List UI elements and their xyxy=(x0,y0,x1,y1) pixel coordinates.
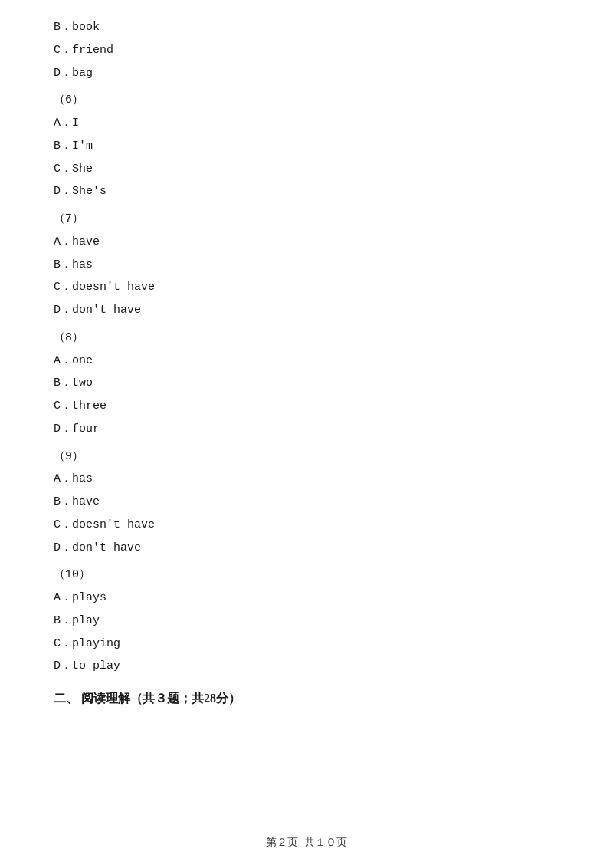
option-d-to-play: D．to play xyxy=(54,656,559,677)
option-a-plays: A．plays xyxy=(54,587,559,609)
option-c-three: C．three xyxy=(54,396,559,417)
page-footer: 第２页 共１０页 xyxy=(0,836,613,850)
question-10: （10） xyxy=(54,564,559,586)
option-b-play: B．play xyxy=(54,610,559,632)
question-7: （7） xyxy=(54,209,559,230)
option-d-dont-have-9: D．don't have xyxy=(54,538,559,559)
option-a-i: A．I xyxy=(54,113,559,134)
question-9: （9） xyxy=(54,446,559,468)
question-6: （6） xyxy=(54,90,559,111)
content-area: B．book C．friend D．bag （6） A．I B．I'm C．Sh… xyxy=(54,17,559,707)
option-a-one: A．one xyxy=(54,350,559,372)
option-a-has-9: A．has xyxy=(54,469,559,490)
option-a-have: A．have xyxy=(54,232,559,253)
option-d-shes: D．She's xyxy=(54,181,559,202)
option-c-she: C．She xyxy=(54,159,559,180)
option-d-dont-have: D．don't have xyxy=(54,300,559,321)
option-c-doesnt-have: C．doesn't have xyxy=(54,277,559,298)
option-b-book: B．book xyxy=(54,17,559,38)
option-b-has: B．has xyxy=(54,255,559,276)
option-c-doesnt-have-9: C．doesn't have xyxy=(54,515,559,536)
section-2-header: 二、 阅读理解（共３题；共28分） xyxy=(54,691,559,707)
question-8: （8） xyxy=(54,327,559,349)
option-d-bag: D．bag xyxy=(54,63,559,84)
option-b-im: B．I'm xyxy=(54,136,559,157)
option-b-two: B．two xyxy=(54,373,559,394)
option-d-four: D．four xyxy=(54,419,559,440)
option-c-playing: C．playing xyxy=(54,633,559,655)
option-c-friend: C．friend xyxy=(54,40,559,61)
option-b-have-9: B．have xyxy=(54,492,559,513)
